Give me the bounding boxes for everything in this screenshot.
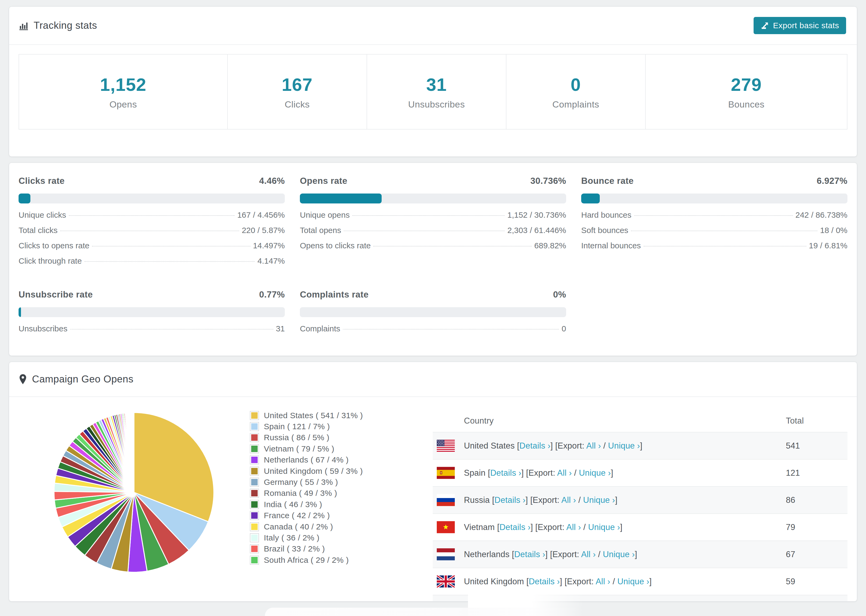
export-all-link[interactable]: All ›: [596, 577, 610, 586]
unsubscribe-rate-bar: [19, 307, 285, 317]
legend-item: South Africa ( 29 / 2% ): [250, 555, 426, 566]
export-unique-link[interactable]: Unique ›: [588, 522, 620, 532]
country-flag-vn: [433, 514, 464, 541]
legend-item: Canada ( 40 / 2% ): [250, 521, 426, 532]
details-link[interactable]: Details ›: [490, 468, 521, 478]
legend-item: Brazil ( 33 / 2% ): [250, 544, 426, 555]
legend-item: India ( 46 / 3% ): [250, 499, 426, 510]
country-cell: Russia [Details ›] [Export: All › / Uniq…: [464, 486, 786, 514]
details-link[interactable]: Details ›: [494, 495, 526, 505]
total-cell: 86: [786, 486, 847, 514]
header-divider: [9, 44, 857, 45]
stat-soft-bounces: Soft bounces18 / 0%: [581, 226, 847, 241]
opens-rate-title: Opens rate: [300, 176, 347, 186]
legend-swatch: [250, 422, 259, 431]
country-name: Vietnam: [464, 522, 495, 532]
stat-unique-clicks: Unique clicks167 / 4.456%: [19, 211, 285, 226]
stat-total-opens: Total opens2,303 / 61.446%: [300, 226, 566, 241]
geo-table-row: Russia [Details ›] [Export: All › / Uniq…: [433, 486, 847, 514]
stat-complaints: Complaints0: [300, 324, 566, 339]
legend-label: Russia ( 86 / 5% ): [264, 433, 329, 442]
bounces-count: 279: [731, 74, 762, 95]
bounces-label: Bounces: [728, 99, 764, 110]
export-icon: [761, 21, 769, 30]
export-unique-link[interactable]: Unique ›: [617, 577, 650, 586]
legend-label: Netherlands ( 67 / 4% ): [264, 455, 348, 464]
summary-box-bounces: 279 Bounces: [645, 55, 847, 129]
country-name: Netherlands: [464, 550, 509, 559]
country-cell: Netherlands [Details ›] [Export: All › /…: [464, 541, 786, 568]
details-link[interactable]: Details ›: [514, 550, 545, 559]
stat-clicks-to-opens-rate: Clicks to opens rate14.497%: [19, 241, 285, 256]
legend-label: Italy ( 36 / 2% ): [264, 533, 320, 542]
legend-item: Vietnam ( 79 / 5% ): [250, 443, 426, 454]
legend-label: France ( 42 / 2% ): [264, 511, 330, 520]
opens-label: Opens: [109, 99, 137, 110]
legend-item: Spain ( 121 / 7% ): [250, 421, 426, 432]
legend-label: Spain ( 121 / 7% ): [264, 422, 330, 431]
geo-table-row: United States [Details ›] [Export: All ›…: [433, 432, 847, 459]
geo-table-row: Vietnam [Details ›] [Export: All › / Uni…: [433, 514, 847, 541]
clicks-count: 167: [282, 74, 313, 95]
geo-table-header-row: Country Total: [433, 410, 847, 432]
details-link[interactable]: Details ›: [499, 522, 531, 532]
stat-unique-opens: Unique opens1,152 / 30.736%: [300, 211, 566, 226]
total-cell: 67: [786, 541, 847, 568]
summary-box-clicks: 167 Clicks: [227, 55, 367, 129]
legend-swatch: [250, 556, 259, 565]
tracking-stats-card: Tracking stats Export basic stats 1,152 …: [9, 6, 857, 157]
export-unique-link[interactable]: Unique ›: [583, 495, 615, 505]
legend-swatch: [250, 433, 259, 442]
country-name: Russia: [464, 495, 490, 505]
page: Tracking stats Export basic stats 1,152 …: [0, 0, 866, 616]
country-cell: Spain [Details ›] [Export: All › / Uniqu…: [464, 459, 786, 486]
complaints-label: Complaints: [553, 99, 599, 110]
summary-row: 1,152 Opens 167 Clicks 31 Unsubscribes 0…: [19, 54, 847, 130]
legend-item: Romania ( 49 / 3% ): [250, 488, 426, 499]
stat-opens-to-clicks-rate: Opens to clicks rate689.82%: [300, 241, 566, 256]
legend-label: Romania ( 49 / 3% ): [264, 489, 337, 498]
country-flag-ru: [433, 486, 464, 514]
export-all-link[interactable]: All ›: [561, 495, 576, 505]
country-name: Spain: [464, 468, 485, 478]
country-flag-es: [433, 459, 464, 486]
export-button-label: Export basic stats: [773, 21, 839, 30]
geo-opens-card: Campaign Geo Opens United States ( 541 /…: [9, 362, 857, 602]
legend-label: Germany ( 55 / 3% ): [264, 478, 338, 487]
stat-internal-bounces: Internal bounces19 / 6.81%: [581, 241, 847, 256]
export-all-link[interactable]: All ›: [586, 441, 601, 451]
clicks-rate-value: 4.46%: [259, 176, 285, 186]
complaints-rate-bar: [300, 307, 566, 317]
flag-column-header: [433, 410, 464, 432]
export-all-link[interactable]: All ›: [581, 550, 596, 559]
total-cell: 541: [786, 432, 847, 459]
country-name: United States: [464, 441, 515, 451]
legend-item: United Kingdom ( 59 / 3% ): [250, 465, 426, 476]
legend-item: Germany ( 55 / 3% ): [250, 476, 426, 487]
export-unique-link[interactable]: Unique ›: [603, 550, 635, 559]
geo-header: Campaign Geo Opens: [9, 362, 857, 396]
legend-item: Netherlands ( 67 / 4% ): [250, 454, 426, 465]
legend-label: India ( 46 / 3% ): [264, 500, 322, 509]
export-unique-link[interactable]: Unique ›: [579, 468, 611, 478]
country-cell: United States [Details ›] [Export: All ›…: [464, 432, 786, 459]
details-link[interactable]: Details ›: [519, 441, 551, 451]
geo-table-row: Spain [Details ›] [Export: All › / Uniqu…: [433, 459, 847, 486]
legend-label: United Kingdom ( 59 / 3% ): [264, 467, 363, 476]
export-all-link[interactable]: All ›: [557, 468, 572, 478]
details-link[interactable]: Details ›: [529, 577, 560, 586]
legend-swatch: [250, 411, 259, 420]
unsubscribes-label: Unsubscribes: [408, 99, 465, 110]
stat-unsubscribes: Unsubscribes31: [19, 324, 285, 339]
stat-hard-bounces: Hard bounces242 / 86.738%: [581, 211, 847, 226]
export-all-link[interactable]: All ›: [567, 522, 581, 532]
export-unique-link[interactable]: Unique ›: [608, 441, 640, 451]
stat-click-through-rate: Click through rate4.147%: [19, 256, 285, 272]
geo-legend: United States ( 541 / 31% )Spain ( 121 /…: [250, 410, 426, 566]
clicks-rate-title: Clicks rate: [19, 176, 65, 186]
total-cell: 121: [786, 459, 847, 486]
bounce-rate-bar: [581, 193, 847, 203]
country-flag-de: [433, 595, 464, 602]
legend-swatch: [250, 544, 259, 553]
export-basic-stats-button[interactable]: Export basic stats: [754, 17, 846, 34]
